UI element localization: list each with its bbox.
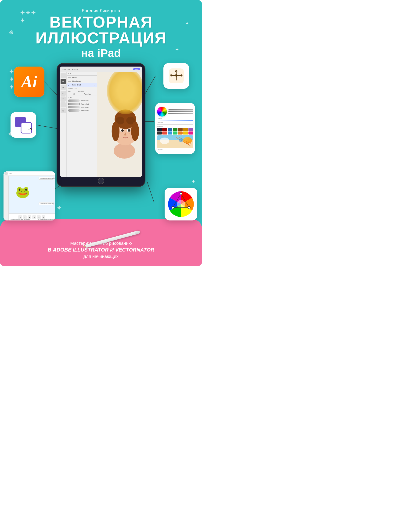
swatch-14 — [189, 132, 193, 134]
brush-blob[interactable]: Blob Brush — [67, 79, 97, 83]
pen-tool-card — [163, 63, 189, 89]
svg-point-44 — [172, 206, 174, 209]
vn-step-labels: 1. Ведём передние лапы над линией 2. Дуб… — [9, 219, 55, 220]
swatch-6 — [183, 128, 188, 131]
brush-paint[interactable]: Paint Brush ✓ — [67, 83, 97, 87]
svg-point-37 — [179, 139, 183, 142]
ai-logo-card: Ai — [14, 67, 45, 97]
title-line2: ИЛЛЮСТРАЦИЯ — [0, 30, 202, 46]
color-wheel-card — [165, 188, 197, 221]
deco-star-3: ✦ — [191, 179, 195, 184]
color-circle-widget — [157, 107, 167, 117]
swatch-1 — [157, 128, 162, 131]
pen-tool-icon — [167, 67, 186, 85]
screen-left-toolbar: ↖ ✏ ✒ ◻ T ← ⊞ — [60, 72, 67, 177]
svg-point-21 — [128, 133, 128, 133]
book-cover: ✦✦✦✦ ✦✦✦✦ ✦ ✦ ❋ ✦ ✦ ✦ ✦ Евгения Лисицына… — [0, 0, 202, 266]
svg-point-18 — [128, 129, 130, 132]
tool-pen[interactable]: ✒ — [61, 85, 66, 90]
screen-main: ✏ id 1 Pencil Blob Brush P — [67, 72, 142, 177]
selected-label: SELECTED — [67, 87, 97, 90]
tool-select[interactable]: ↖ — [61, 73, 66, 78]
swatch-9 — [162, 132, 167, 134]
ipad-device: Untitl...copy* 43.51% Share ↖ ✏ ✒ ◻ T ← — [57, 63, 145, 187]
swatch-5 — [178, 128, 182, 131]
brush-panel-header: ✏ id 1 — [67, 72, 97, 76]
tool-image[interactable]: ⊞ — [61, 108, 66, 113]
svg-point-19 — [121, 133, 122, 133]
swap-layers-card — [11, 112, 36, 138]
tool-draw[interactable]: ✏ — [61, 79, 66, 84]
screen-body: ↖ ✏ ✒ ◻ T ← ⊞ ✏ id 1 — [60, 72, 142, 177]
color-wheel-svg — [167, 190, 195, 218]
bottom-text-line3: для начинающих — [0, 254, 202, 259]
tool-nav[interactable]: ← — [61, 102, 66, 108]
svg-point-38 — [160, 138, 169, 144]
vectornator-card: Frog 🐸 2. Ведём передние лапы 3. Зарисов… — [4, 171, 55, 221]
swatches-label: Swatches — [157, 126, 193, 127]
landscape-svg — [157, 135, 193, 148]
libraries-label: Libraries — [157, 149, 193, 150]
svg-rect-33 — [21, 123, 32, 133]
color-swatch-grid — [157, 128, 193, 134]
vn-frog-emoji: 🐸 — [13, 183, 32, 201]
ipad-body: Untitl...copy* 43.51% Share ↖ ✏ ✒ ◻ T ← — [57, 63, 145, 187]
slider-2 — [168, 111, 193, 112]
swatch-7 — [189, 128, 193, 131]
svg-line-5 — [147, 182, 154, 203]
art-category: ← Art — [67, 96, 97, 99]
ipad-screen: Untitl...copy* 43.51% Share ↖ ✏ ✒ ◻ T ← — [60, 67, 142, 177]
swatch-3 — [168, 128, 172, 131]
fill-mode-slider — [157, 124, 193, 125]
svg-line-36 — [181, 138, 191, 147]
brush-pencil[interactable]: Pencil — [67, 76, 97, 79]
svg-line-34 — [176, 138, 190, 146]
vn-main: 🐸 2. Ведём передние лапы 3. Зарисовка за… — [9, 176, 55, 214]
watercolor-3[interactable]: Watercolor 3 — [67, 106, 97, 109]
toolbar-zoom: 43.51% — [72, 69, 78, 70]
share-button[interactable]: Share — [133, 68, 140, 70]
swatch-11 — [173, 132, 177, 134]
vn-sidebar — [4, 176, 9, 221]
swatch-2 — [162, 128, 167, 131]
canvas-area — [97, 72, 142, 177]
toolbar-title: Untitl...copy* — [62, 69, 71, 70]
ai-logo: Ai — [14, 67, 45, 97]
swatch-13 — [183, 132, 188, 134]
deco-cross-2: ✦ — [56, 203, 62, 212]
svg-point-20 — [123, 133, 124, 134]
watercolor-2[interactable]: Watercolor 2 — [67, 102, 97, 106]
brush-panel: ✏ id 1 Pencil Blob Brush P — [67, 72, 97, 177]
screen-toolbar: Untitl...copy* 43.51% Share — [60, 67, 142, 72]
watercolor-4[interactable]: Watercolor 4 — [67, 109, 97, 112]
title-block: ВЕКТОРНАЯ ИЛЛЮСТРАЦИЯ на iPad — [0, 14, 202, 60]
vn-title: Frog — [9, 173, 12, 174]
swatch-10 — [168, 132, 172, 134]
slider-1 — [168, 109, 193, 110]
vectornator-screen: Frog 🐸 2. Ведём передние лапы 3. Зарисов… — [4, 171, 55, 221]
title-line3: на iPad — [0, 47, 202, 60]
svg-point-8 — [114, 143, 135, 158]
color-sliders — [168, 109, 193, 114]
opacity-label: Opacity — [157, 118, 193, 119]
svg-point-40 — [177, 200, 185, 208]
vn-label-bottom: 3. Зарисовка завершена — [39, 202, 54, 205]
watercolor-1[interactable]: Watercolor 1 — [67, 99, 97, 102]
tool-shape[interactable]: ◻ — [61, 91, 66, 96]
ipad-home-button[interactable] — [98, 178, 104, 184]
vn-label-top: 2. Ведём передние лапы — [39, 177, 54, 180]
swatch-4 — [173, 128, 177, 131]
author-text: Евгения Лисицына — [0, 8, 202, 13]
swatch-12 — [178, 132, 182, 134]
all-favorites-row: All Favorites — [67, 93, 97, 96]
swatch-8 — [157, 132, 162, 134]
svg-point-22 — [129, 133, 130, 134]
brush-size-controls: 1 pt 1 pt. Flat — [67, 90, 97, 93]
swap-layers-icon — [13, 114, 34, 135]
tool-text[interactable]: T — [61, 96, 66, 101]
color-panel-top — [157, 107, 193, 117]
slider-3 — [168, 113, 193, 114]
svg-point-17 — [121, 129, 124, 132]
color-panel-card: Opacity Fill mode Swatches — [155, 103, 195, 154]
color-panel-content: Opacity Fill mode Swatches — [157, 107, 193, 150]
